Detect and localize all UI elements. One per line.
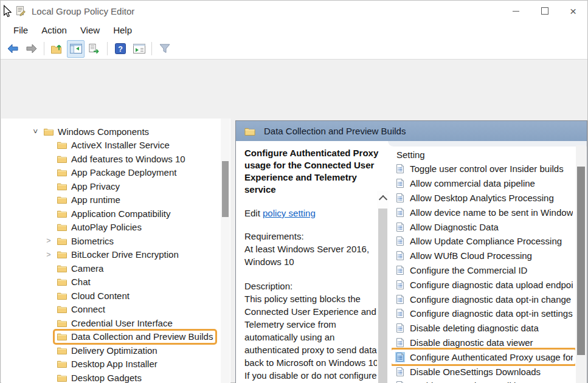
setting-label: Toggle user control over Insider builds bbox=[410, 164, 573, 174]
tree-item-box: App Package Deployment bbox=[55, 167, 179, 179]
menu-help[interactable]: Help bbox=[106, 23, 139, 37]
tree-item-label: App runtime bbox=[71, 195, 120, 205]
forward-button[interactable] bbox=[22, 40, 40, 58]
tree-item-label: Desktop App Installer bbox=[71, 359, 157, 369]
folder-icon bbox=[57, 333, 67, 340]
toolbar-separator bbox=[151, 42, 152, 55]
tree-item-label: ActiveX Installer Service bbox=[71, 140, 170, 150]
tree-item-box: Windows Components bbox=[41, 125, 151, 137]
tree-item[interactable]: Connect bbox=[1, 303, 220, 317]
setting-row[interactable]: Allow Desktop Analytics Processing bbox=[392, 191, 575, 205]
setting-row[interactable]: Disable diagnostic data viewer bbox=[392, 336, 575, 350]
tree-vertical-scrollbar-thumb[interactable] bbox=[222, 161, 229, 217]
tree-item[interactable]: Biometrics bbox=[1, 234, 220, 248]
setting-row[interactable]: Configure diagnostic data opt-in setting… bbox=[392, 306, 575, 321]
setting-label: Configure diagnostic data opt-in setting… bbox=[410, 308, 573, 319]
folder-icon bbox=[57, 264, 67, 272]
minimize-button[interactable] bbox=[502, 1, 530, 21]
setting-row[interactable]: Disable OneSettings Downloads bbox=[392, 364, 575, 379]
show-window-icon bbox=[133, 44, 145, 53]
setting-row[interactable]: Allow commercial data pipeline bbox=[392, 176, 575, 191]
tree-item-box: App runtime bbox=[55, 194, 123, 206]
up-one-level-button[interactable] bbox=[48, 40, 66, 58]
edit-policy-line: Edit policy setting bbox=[244, 208, 382, 218]
menu-file[interactable]: File bbox=[7, 23, 35, 37]
description-text: This policy setting blocks the Connected… bbox=[244, 294, 381, 383]
policy-setting-link[interactable]: policy setting bbox=[263, 208, 316, 218]
tree-item-box: App Privacy bbox=[55, 180, 122, 192]
policy-setting-icon bbox=[395, 381, 405, 383]
close-button[interactable]: × bbox=[559, 1, 587, 21]
tree-item[interactable]: AutoPlay Policies bbox=[1, 221, 220, 235]
tree-item[interactable]: App Privacy bbox=[1, 179, 220, 193]
tree-item-label: Biometrics bbox=[71, 236, 114, 246]
folder-icon bbox=[57, 223, 67, 231]
menu-view[interactable]: View bbox=[74, 23, 106, 37]
setting-column-header[interactable]: Setting bbox=[392, 147, 575, 162]
folder-icon bbox=[57, 155, 67, 163]
setting-label: Configure diagnostic data upload endpoin… bbox=[410, 280, 573, 290]
export-list-button[interactable] bbox=[86, 40, 103, 58]
policy-setting-icon bbox=[395, 207, 405, 218]
back-button[interactable] bbox=[4, 40, 21, 58]
description-block: Description: This policy setting blocks … bbox=[244, 280, 382, 383]
tree-item[interactable]: Add features to Windows 10 bbox=[1, 152, 220, 166]
policy-setting-icon bbox=[395, 178, 405, 188]
forward-icon bbox=[26, 43, 38, 54]
tree-item[interactable]: Application Compatibility bbox=[1, 207, 220, 221]
description-scrollbar[interactable] bbox=[377, 191, 389, 383]
policy-title: Configure Authenticated Proxy usage for … bbox=[244, 147, 382, 196]
setting-row[interactable]: Configure the Commercial ID bbox=[392, 263, 575, 278]
tree-item[interactable]: Delivery Optimization bbox=[1, 343, 220, 357]
tree-item[interactable]: Windows Components bbox=[1, 125, 220, 139]
tree-item[interactable]: App Package Deployment bbox=[1, 166, 220, 180]
details-header: Data Collection and Preview Builds bbox=[236, 121, 587, 141]
tree-item-label: Credential User Interface bbox=[71, 318, 173, 328]
app-icon bbox=[15, 5, 26, 16]
settings-vertical-scrollbar[interactable] bbox=[576, 145, 586, 383]
help-icon: ? bbox=[115, 43, 126, 54]
toolbar-separator bbox=[107, 42, 108, 55]
show-console-tree-button[interactable] bbox=[67, 40, 85, 58]
show-window-button[interactable] bbox=[130, 40, 148, 58]
tree-item[interactable]: ActiveX Installer Service bbox=[1, 139, 220, 153]
tree-item[interactable]: Desktop App Installer bbox=[1, 357, 220, 371]
tree-item[interactable]: BitLocker Drive Encryption bbox=[1, 248, 220, 262]
settings-vertical-scrollbar-thumb[interactable] bbox=[577, 167, 585, 355]
scroll-up-icon[interactable] bbox=[379, 195, 387, 204]
up-one-level-icon bbox=[51, 44, 63, 54]
tree-expander-icon[interactable] bbox=[43, 236, 55, 245]
tree-item[interactable]: Credential User Interface bbox=[1, 316, 220, 330]
folder-icon bbox=[57, 237, 67, 245]
setting-row[interactable]: Toggle user control over Insider builds bbox=[392, 162, 575, 176]
policy-setting-icon bbox=[395, 337, 405, 348]
tree-item[interactable]: Cloud Content bbox=[1, 289, 220, 303]
filter-button[interactable] bbox=[156, 40, 173, 58]
setting-row[interactable]: Enable OneSettings Auditing bbox=[392, 379, 575, 383]
setting-row[interactable]: Allow WUfB Cloud Processing bbox=[392, 249, 575, 263]
tree-expander-icon[interactable] bbox=[29, 127, 41, 136]
setting-row[interactable]: Allow Diagnostic Data bbox=[392, 219, 575, 234]
tree-item-box: Delivery Optimization bbox=[55, 344, 160, 356]
tree-item[interactable]: Data Collection and Preview Builds bbox=[1, 330, 220, 344]
setting-row[interactable]: Configure Authenticated Proxy usage for … bbox=[392, 350, 575, 364]
tree-item-label: Windows Components bbox=[58, 126, 149, 137]
setting-row[interactable]: Allow device name to be sent in Windows … bbox=[392, 205, 575, 219]
setting-row[interactable]: Configure diagnostic data opt-in change … bbox=[392, 292, 575, 306]
details-panel: Data Collection and Preview Builds Confi… bbox=[235, 120, 587, 383]
tree-item[interactable]: Camera bbox=[1, 261, 220, 275]
description-scrollbar-thumb[interactable] bbox=[378, 209, 387, 383]
menu-action[interactable]: Action bbox=[35, 23, 74, 37]
tree-item[interactable]: Chat bbox=[1, 275, 220, 289]
setting-row[interactable]: Allow Update Compliance Processing bbox=[392, 234, 575, 249]
help-button[interactable]: ? bbox=[111, 40, 129, 58]
settings-list-pane: Setting Toggle user control over Insider… bbox=[392, 147, 575, 383]
setting-row[interactable]: Disable deleting diagnostic data bbox=[392, 321, 575, 336]
maximize-button[interactable] bbox=[530, 1, 559, 21]
setting-row[interactable]: Configure diagnostic data upload endpoin… bbox=[392, 277, 575, 292]
tree-vertical-scrollbar[interactable] bbox=[221, 119, 230, 383]
tree-item[interactable]: App runtime bbox=[1, 193, 220, 207]
requirements-text: At least Windows Server 2016, Windows 10 bbox=[244, 244, 369, 267]
tree-item[interactable]: Desktop Gadgets bbox=[1, 371, 220, 383]
tree-expander-icon[interactable] bbox=[43, 250, 55, 259]
